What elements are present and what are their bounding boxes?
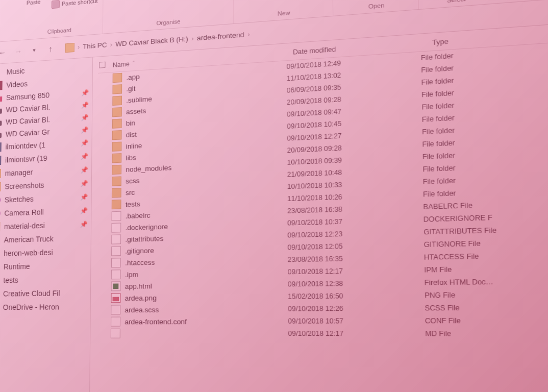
file-type: GITATTRIBUTES File [424, 225, 548, 236]
pin-icon: 📌 [81, 139, 88, 147]
sidebar-item-label: Music [7, 67, 25, 76]
row-checkbox[interactable] [97, 239, 111, 240]
back-button[interactable]: ← [0, 46, 8, 58]
organise-group-label: Organise [156, 18, 180, 29]
folder-icon [112, 153, 121, 163]
file-list: .app09/10/2018 12:49File folder.git11/10… [96, 37, 548, 340]
explorer-window: Paste Copy Copy path Paste shortcut [0, 0, 548, 392]
file-name: dist [126, 130, 137, 138]
sidebar-item-label: heron-web-desi [4, 248, 53, 257]
file-date: 15/02/2018 16:50 [288, 291, 425, 301]
file-icon [111, 270, 121, 279]
sidebar-item-label: WD Caviar Gr [6, 128, 49, 138]
sidebar-item-label: material-desi [4, 222, 45, 231]
drive-icon [0, 109, 2, 114]
file-row[interactable]: 09/10/2018 12:17MD File [96, 327, 548, 340]
pin-icon: 📌 [80, 180, 88, 187]
file-type: IPM File [424, 264, 548, 274]
row-checkbox[interactable] [98, 135, 112, 136]
file-date: 09/10/2018 10:37 [287, 215, 423, 227]
row-checkbox[interactable] [97, 251, 111, 252]
file-name: inline [126, 141, 142, 150]
row-checkbox[interactable] [98, 193, 112, 193]
forward-button[interactable]: → [13, 45, 24, 57]
row-checkbox[interactable] [99, 89, 113, 90]
sidebar-item[interactable]: heron-web-desi [0, 244, 91, 260]
monitor-icon [0, 142, 2, 152]
file-date: 09/10/2018 12:38 [288, 279, 425, 288]
sidebar-item[interactable]: Creative Cloud Fil [0, 286, 90, 301]
file-name: .git [126, 84, 135, 92]
row-checkbox[interactable] [98, 124, 112, 125]
sidebar-item[interactable]: OneDrive - Heron [0, 300, 90, 314]
paste-shortcut-button[interactable]: Paste shortcut [52, 0, 98, 9]
file-name: ardea-frontend.conf [124, 317, 187, 326]
pin-icon: 📌 [81, 89, 89, 96]
breadcrumb-drive[interactable]: WD Caviar Black B (H:) [115, 35, 188, 48]
sidebar-item[interactable]: Runtime [0, 258, 91, 274]
file-date: 09/10/2018 12:05 [288, 241, 424, 252]
file-type: SCSS File [425, 303, 548, 312]
music-icon [0, 68, 3, 78]
row-checkbox[interactable] [98, 205, 112, 205]
row-checkbox[interactable] [98, 170, 112, 170]
recent-dropdown[interactable]: ▾ [29, 44, 40, 56]
sidebar-item[interactable]: tests [0, 272, 90, 287]
sidebar-item-label: Camera Roll [4, 208, 43, 217]
folder-icon [112, 84, 122, 94]
body: MusicVideosSamsung 850📌WD Caviar Bl.📌WD … [0, 17, 548, 392]
sidebar-item-label: Videos [6, 80, 28, 89]
file-name: .babelrc [126, 211, 151, 220]
folder-icon [112, 200, 121, 209]
sidebar-item-label: Runtime [4, 262, 30, 271]
row-checkbox[interactable] [97, 228, 111, 228]
file-icon [111, 246, 121, 256]
row-checkbox[interactable] [98, 216, 112, 217]
pin-icon: 📌 [81, 114, 89, 121]
file-name: .ipm [125, 270, 138, 278]
file-name: assets [126, 107, 146, 116]
file-name: scss [126, 177, 139, 185]
folder-icon [112, 118, 122, 128]
file-date: 09/10/2018 12:23 [287, 228, 424, 239]
folder-icon [0, 169, 1, 179]
row-checkbox[interactable] [99, 78, 113, 79]
file-type: File folder [423, 186, 548, 199]
file-row[interactable]: ardea-frontend.conf09/10/2018 10:57CONF … [96, 314, 548, 328]
file-icon [112, 211, 121, 221]
file-type: MD File [425, 330, 548, 338]
file-date: 09/10/2018 12:17 [288, 330, 426, 338]
monitor-icon [0, 156, 1, 165]
pin-icon: 📌 [81, 153, 88, 160]
paste-button[interactable]: Paste [22, 0, 45, 6]
png-icon [111, 293, 120, 303]
col-checkbox[interactable] [99, 61, 113, 70]
sidebar-item-label: Sketches [5, 195, 34, 204]
file-name: .app [126, 72, 139, 81]
breadcrumb-folder[interactable]: ardea-frontend [197, 31, 244, 42]
check-icon [0, 209, 1, 218]
file-name: tests [126, 200, 140, 208]
row-checkbox[interactable] [98, 112, 112, 113]
file-type: Firefox HTML Doc… [424, 277, 548, 287]
row-checkbox[interactable] [98, 147, 112, 148]
clipboard-group-label: Clipboard [47, 27, 71, 37]
breadcrumb-this-pc[interactable]: This PC [83, 41, 107, 51]
up-button[interactable]: ↑ [45, 43, 56, 55]
checkbox-icon [99, 62, 105, 68]
folder-icon [113, 73, 122, 83]
row-checkbox[interactable] [99, 101, 113, 102]
folder-icon [112, 130, 122, 140]
samsung-icon [0, 96, 2, 102]
sidebar-item-label: Screenshots [5, 181, 44, 191]
open-group-label: Open [368, 2, 385, 12]
file-date: 09/10/2018 10:57 [288, 317, 425, 325]
chevron-right-icon: › [247, 30, 250, 38]
sidebar-item-label: WD Caviar Bl. [6, 103, 51, 114]
row-checkbox[interactable] [98, 158, 112, 159]
folder-icon [112, 142, 122, 152]
row-checkbox[interactable] [98, 181, 112, 182]
file-type: CONF File [425, 316, 548, 325]
file-date: 23/08/2018 16:38 [287, 203, 423, 215]
check-icon [0, 195, 1, 205]
